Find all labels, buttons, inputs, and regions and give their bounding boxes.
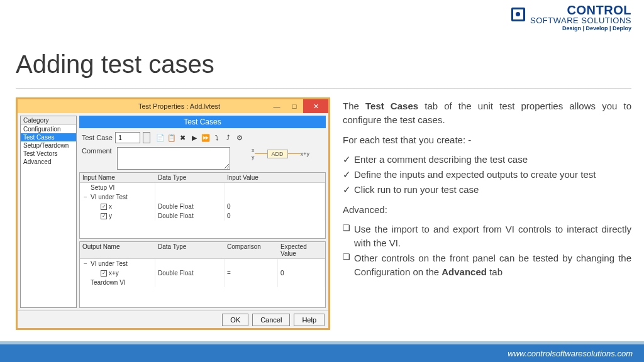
copy-case-icon[interactable]: 📋 (167, 133, 177, 143)
table-row[interactable]: ✓ x+yDouble Float=0 (80, 268, 325, 278)
title-rule (16, 88, 631, 89)
sidebar-item-advanced[interactable]: Advanced (21, 158, 76, 166)
table-row[interactable]: Teardown VI (80, 278, 325, 287)
inputs-grid: Input Name Data Type Input Value Setup V… (79, 172, 326, 239)
row-name: x (109, 203, 112, 210)
row-comparison[interactable]: = (225, 268, 278, 278)
brand-sub: SOFTWARE SOLUTIONS (530, 16, 631, 25)
comment-input[interactable] (117, 147, 230, 170)
sidebar-item-test-vectors[interactable]: Test Vectors (21, 150, 76, 158)
table-row[interactable]: Setup VI (80, 183, 325, 192)
outputs-grid: Output Name Data Type Comparison Expecte… (79, 241, 326, 308)
test-case-number[interactable] (115, 132, 140, 143)
sidebar-item-test-cases[interactable]: Test Cases (21, 133, 76, 141)
table-row[interactable]: ✓ yDouble Float0 (80, 211, 325, 221)
desc-paragraph-3: Advanced: (343, 203, 631, 217)
tree-toggle-icon[interactable]: − (82, 260, 89, 267)
brand-tagline: Design | Develop | Deploy (511, 25, 631, 31)
row-type: Double Float (155, 268, 225, 278)
diagram-node: ADD (267, 150, 288, 158)
minimize-button[interactable]: — (268, 99, 286, 113)
vi-diagram: x y ADD x+y (238, 147, 323, 161)
row-type (155, 259, 225, 268)
diagram-out: x+y (301, 151, 309, 157)
configure-icon[interactable]: ⚙ (235, 133, 245, 143)
row-type: Double Float (155, 211, 225, 221)
new-case-icon[interactable]: 📄 (155, 133, 165, 143)
table-row[interactable]: − VI under Test (80, 192, 325, 202)
check-item-0: Enter a comment describing the test case (354, 153, 631, 167)
run-all-icon[interactable]: ⏩ (201, 133, 211, 143)
row-value[interactable]: 0 (225, 211, 325, 221)
col-comparison[interactable]: Comparison (225, 242, 278, 258)
row-expected[interactable]: 0 (278, 268, 325, 278)
ok-button[interactable]: OK (222, 314, 248, 326)
maximize-button[interactable]: □ (286, 99, 303, 113)
row-name: x+y (109, 270, 119, 277)
slide-title: Adding test cases (16, 50, 214, 79)
delete-case-icon[interactable]: ✖ (178, 133, 188, 143)
close-button[interactable]: ✕ (303, 99, 328, 113)
cancel-button[interactable]: Cancel (252, 314, 290, 326)
row-type (155, 183, 225, 192)
footer-bar: www.controlsoftwaresolutions.com (0, 344, 644, 362)
col-input-name[interactable]: Input Name (80, 173, 155, 182)
col-data-type2[interactable]: Data Type (155, 242, 225, 258)
window-icon (21, 102, 30, 111)
window-titlebar[interactable]: Test Properties : Add.lvtest — □ ✕ (18, 99, 328, 113)
col-expected[interactable]: Expected Value (278, 242, 325, 258)
row-name: Setup VI (91, 184, 114, 191)
row-name: Teardown VI (91, 279, 126, 286)
row-name: y (109, 212, 112, 219)
row-checkbox[interactable]: ✓ (101, 213, 107, 219)
row-value[interactable] (225, 183, 325, 192)
sidebar-header: Category (21, 116, 76, 125)
adv-item-2: Other controls on the front panel can be… (354, 251, 631, 279)
brand-name: CONTROL (530, 4, 631, 16)
test-properties-window: Test Properties : Add.lvtest — □ ✕ Categ… (16, 97, 330, 330)
sidebar-item-setup-teardown[interactable]: Setup/Teardown (21, 141, 76, 150)
row-comparison[interactable] (225, 259, 278, 268)
row-type (155, 192, 225, 202)
test-case-label: Test Case (82, 134, 113, 141)
col-data-type[interactable]: Data Type (155, 173, 225, 182)
test-case-spinner[interactable] (143, 132, 150, 143)
col-output-name[interactable]: Output Name (80, 242, 155, 258)
run-icon[interactable]: ▶ (189, 133, 199, 143)
desc-paragraph-2: For each test that you create: - (343, 133, 631, 147)
row-comparison[interactable] (225, 278, 278, 287)
check-item-2: Click run to run your test case (354, 183, 631, 197)
diagram-in-x: x (252, 147, 255, 154)
row-type (155, 278, 225, 287)
row-value[interactable] (225, 192, 325, 202)
category-sidebar: Category ConfigurationTest CasesSetup/Te… (20, 116, 77, 308)
export-icon[interactable]: ⤴ (223, 133, 233, 143)
import-icon[interactable]: ⤵ (212, 133, 222, 143)
row-value[interactable]: 0 (225, 202, 325, 211)
table-row[interactable]: ✓ xDouble Float0 (80, 202, 325, 211)
diagram-in-y: y (252, 154, 255, 161)
description-column: The Test Cases tab of the unit test prop… (343, 99, 631, 285)
row-expected[interactable] (278, 259, 325, 268)
row-checkbox[interactable]: ✓ (101, 270, 107, 277)
check-item-1: Define the inputs and expected outputs t… (354, 168, 631, 182)
row-expected[interactable] (278, 278, 325, 287)
adv-item-1: Use the import to and export from VI con… (354, 222, 631, 250)
brand-mark-icon (511, 8, 525, 21)
footer-url: www.controlsoftwaresolutions.com (508, 349, 633, 358)
section-banner: Test Cases (79, 116, 326, 128)
row-name: VI under Test (91, 194, 128, 200)
brand-logo: CONTROL SOFTWARE SOLUTIONS Design | Deve… (511, 4, 631, 31)
row-name: VI under Test (91, 260, 128, 267)
row-checkbox[interactable]: ✓ (101, 204, 107, 210)
col-input-value[interactable]: Input Value (225, 173, 325, 182)
help-button[interactable]: Help (294, 314, 325, 326)
tree-toggle-icon[interactable]: − (82, 194, 89, 200)
sidebar-item-configuration[interactable]: Configuration (21, 125, 76, 133)
desc-paragraph-1: The Test Cases tab of the unit test prop… (343, 99, 631, 127)
row-type: Double Float (155, 202, 225, 211)
table-row[interactable]: − VI under Test (80, 259, 325, 268)
comment-label: Comment (82, 147, 114, 155)
